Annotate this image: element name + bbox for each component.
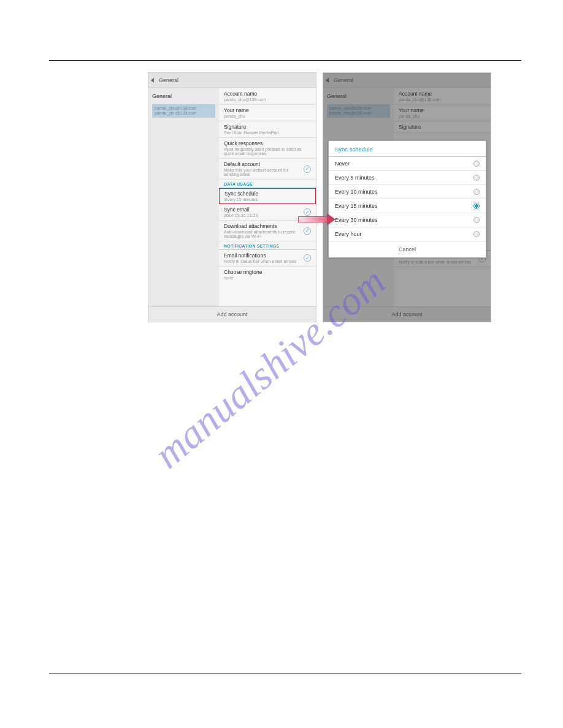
pane-title: General [327, 93, 390, 99]
item-title: Sync schedule [224, 191, 310, 197]
radio-icon-selected[interactable] [473, 203, 480, 209]
item-sub: none [224, 276, 311, 280]
account-line2: panda_chu@138.com [155, 111, 213, 116]
item-sub: panda_chu [399, 114, 486, 118]
arrow-body [298, 216, 327, 222]
item-your-name[interactable]: Your name panda_chu [219, 105, 316, 121]
item-title: Quick responses [224, 140, 311, 146]
item-title: Your name [224, 107, 311, 113]
item-your-name[interactable]: Your name panda_chu [394, 105, 491, 121]
radio-icon[interactable] [473, 175, 480, 181]
page-rule-bottom [49, 673, 521, 673]
item-sub: panda_chu@138.com [224, 97, 311, 102]
arrow-icon [298, 214, 335, 225]
back-icon[interactable] [326, 78, 329, 83]
item-title: Default account [224, 161, 311, 167]
screen-body: General panda_chu@138.com panda_chu@138.… [148, 88, 316, 306]
item-default-account[interactable]: Default account Make this your default a… [219, 159, 316, 180]
dialog-option-10min[interactable]: Every 10 minutes [329, 185, 486, 199]
dialog-option-15min[interactable]: Every 15 minutes [329, 199, 486, 213]
section-notifications: NOTIFICATION SETTINGS [219, 241, 316, 250]
item-sub: Make this your default account for sendi… [224, 168, 311, 176]
account-badge[interactable]: panda_chu@138.com panda_chu@138.com [152, 104, 215, 118]
radio-icon[interactable] [473, 189, 480, 195]
document-page: manualshive.com General General panda_ch… [0, 0, 563, 728]
header-title: General [159, 77, 178, 83]
item-signature[interactable]: Signature Sent from Huawei MediaPad [219, 121, 316, 138]
item-sub: Auto-download attachments to recent mess… [224, 230, 311, 238]
item-sub: panda_chu@138.com [399, 97, 486, 102]
item-title: Email notifications [224, 252, 311, 259]
add-account-button[interactable]: Add account [323, 306, 491, 322]
dialog-cancel-button[interactable]: Cancel [329, 241, 486, 257]
right-pane: Account name panda_chu@138.com Your name… [219, 88, 316, 306]
dialog-option-hour[interactable]: Every hour [329, 227, 486, 241]
item-title: Sync email [224, 207, 311, 213]
radio-icon[interactable] [473, 217, 480, 223]
item-quick-responses[interactable]: Quick responses Input frequently used ph… [219, 138, 316, 159]
sync-schedule-dialog: Sync schedule Never Every 5 minutes Ever… [328, 140, 486, 258]
account-line1: panda_chu@138.com [155, 106, 213, 111]
add-account-button[interactable]: Add account [148, 306, 316, 322]
dialog-option-30min[interactable]: Every 30 minutes [329, 213, 486, 227]
item-sub: Sent from Huawei MediaPad [224, 131, 311, 135]
header-bar: General [323, 73, 491, 88]
account-badge[interactable]: panda_chu@138.com panda_chu@138.com [327, 104, 390, 118]
back-icon[interactable] [151, 78, 154, 83]
screenshot-pair: General General panda_chu@138.com panda_… [148, 72, 491, 322]
item-email-notifications[interactable]: Email notifications Notify in status bar… [219, 250, 316, 267]
item-title: Signature [399, 124, 486, 130]
account-line2: panda_chu@138.com [329, 111, 388, 116]
dialog-option-5min[interactable]: Every 5 minutes [329, 171, 486, 185]
item-sync-schedule-highlighted[interactable]: Sync schedule Every 15 minutes [219, 188, 316, 204]
check-icon[interactable] [304, 254, 311, 262]
item-title: Choose ringtone [224, 269, 311, 275]
pane-title: General [152, 93, 215, 99]
option-label: Every 5 minutes [335, 175, 375, 181]
screen-right: General General panda_chu@138.com panda_… [323, 72, 491, 322]
option-label: Never [335, 161, 350, 167]
item-title: Account name [224, 91, 311, 97]
item-signature[interactable]: Signature [394, 121, 491, 133]
header-title: General [334, 77, 353, 83]
arrow-head [327, 213, 335, 226]
item-sub: panda_chu [224, 114, 311, 118]
item-sub: Every 15 minutes [224, 197, 310, 202]
dialog-option-never[interactable]: Never [329, 157, 486, 171]
option-label: Every 30 minutes [335, 217, 378, 223]
item-sub: Input frequently used phrases to send as… [224, 147, 311, 156]
left-pane: General panda_chu@138.com panda_chu@138.… [148, 88, 219, 306]
item-title: Your name [399, 107, 486, 113]
item-account-name[interactable]: Account name panda_chu@138.com [219, 88, 316, 105]
option-label: Every 15 minutes [335, 203, 378, 209]
radio-icon[interactable] [473, 161, 480, 167]
radio-icon[interactable] [473, 231, 480, 237]
item-sub: Notify in status bar when email arrives [399, 260, 486, 264]
header-bar: General [148, 73, 316, 88]
screen-left: General General panda_chu@138.com panda_… [148, 72, 316, 322]
dialog-title: Sync schedule [329, 141, 486, 157]
section-data-usage: DATA USAGE [219, 180, 316, 188]
screen-gap [316, 72, 323, 322]
item-title: Signature [224, 124, 311, 130]
check-icon[interactable] [304, 165, 311, 173]
check-icon[interactable] [304, 227, 311, 235]
item-sub: Notify in status bar when email arrives [224, 259, 311, 264]
option-label: Every 10 minutes [335, 189, 378, 195]
item-title: Account name [399, 91, 486, 97]
account-line1: panda_chu@138.com [329, 106, 388, 111]
item-choose-ringtone[interactable]: Choose ringtone none [219, 267, 316, 282]
item-account-name[interactable]: Account name panda_chu@138.com [394, 88, 491, 105]
page-rule-top [49, 60, 521, 61]
option-label: Every hour [335, 231, 362, 237]
